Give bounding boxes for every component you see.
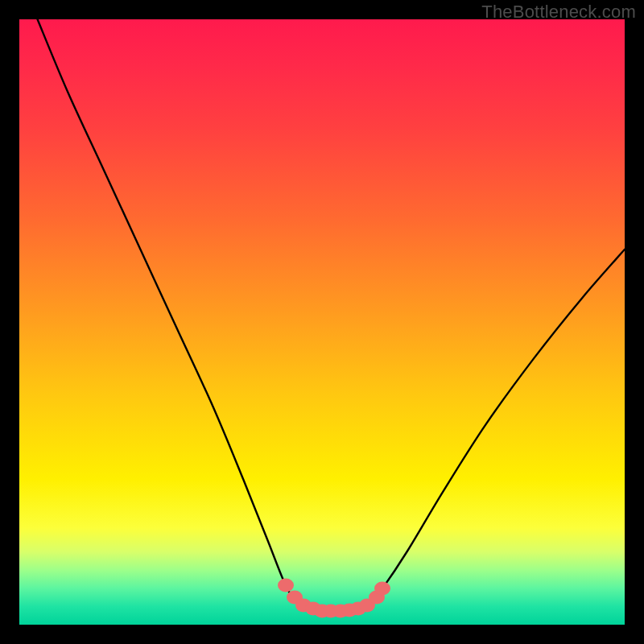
watermark-text: TheBottleneck.com	[481, 2, 636, 23]
curve-layer	[19, 19, 625, 625]
plot-area	[19, 19, 625, 625]
chart-frame: TheBottleneck.com	[0, 0, 644, 644]
data-marker	[374, 581, 390, 595]
data-marker	[278, 579, 294, 592]
bottleneck-curve	[38, 19, 625, 611]
